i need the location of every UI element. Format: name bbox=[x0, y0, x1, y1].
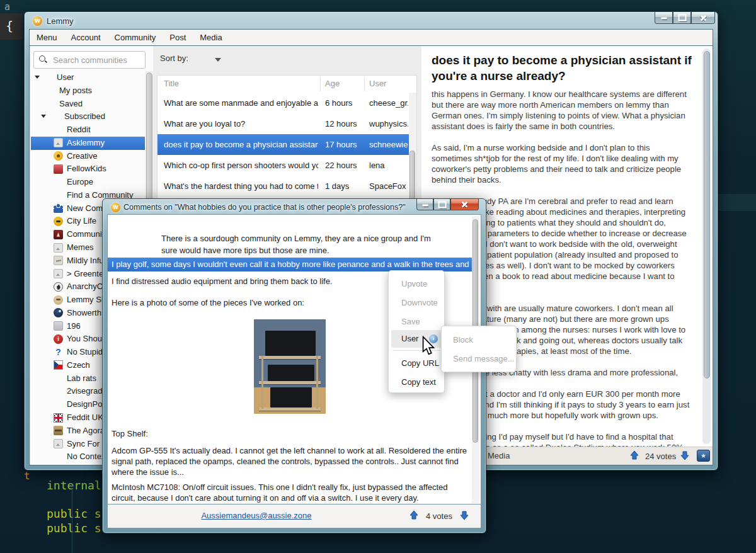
anarchy-icon bbox=[54, 282, 63, 292]
sidebar-item-label: > Greentex bbox=[67, 269, 108, 278]
post-row[interactable]: What are you loyal to?12 hourswuphysics.… bbox=[158, 113, 409, 134]
sidebar-item-asklemmy[interactable]: Asklemmy bbox=[31, 137, 145, 150]
column-separator bbox=[320, 77, 321, 91]
submenu-item-block[interactable]: Block bbox=[444, 331, 513, 349]
media-viewer-button[interactable]: ★ bbox=[697, 450, 710, 462]
menu-item-post[interactable]: Post bbox=[163, 30, 193, 45]
photo-amplifier bbox=[268, 365, 314, 381]
comment-paragraph[interactable]: McIntosh MC7108: On/off circuit issues. … bbox=[112, 482, 468, 503]
comment-line[interactable]: I find distressed audio equipment and br… bbox=[112, 276, 333, 286]
photo-rack-leg bbox=[261, 356, 263, 409]
post-row-age: 12 hours bbox=[325, 119, 357, 128]
sidebar-item-europe[interactable]: Europe bbox=[31, 176, 145, 189]
post-row-age: 22 hours bbox=[325, 161, 357, 170]
post-row[interactable]: What are some manmade and enjoyable am..… bbox=[158, 93, 409, 113]
upvote-arrow-icon[interactable] bbox=[409, 510, 419, 520]
post-detail-scroll-thumb[interactable] bbox=[704, 51, 710, 379]
sidebar-item-label: AnarchyCh bbox=[67, 282, 107, 291]
post-row-title: What's the hardest thing you had to come… bbox=[164, 181, 318, 191]
context-menu-item-copy-url[interactable]: Copy URL bbox=[391, 355, 442, 372]
column-header-age[interactable]: Age bbox=[325, 79, 340, 88]
post-row-age: 1 days bbox=[325, 181, 349, 191]
comment-paragraph[interactable]: Adcom GP-555 It's actually dead. I canno… bbox=[112, 445, 468, 477]
comment-line[interactable]: Top Shelf: bbox=[112, 429, 148, 438]
search-input[interactable] bbox=[52, 54, 142, 66]
default-icon bbox=[54, 439, 63, 448]
mildly-icon bbox=[54, 256, 63, 265]
close-icon bbox=[700, 14, 707, 21]
menu-item-menu[interactable]: Menu bbox=[30, 30, 64, 45]
post-row[interactable]: Which co-op first person shooters would … bbox=[158, 155, 409, 176]
menu-item-community[interactable]: Community bbox=[108, 30, 163, 45]
column-header-title[interactable]: Title bbox=[164, 79, 179, 88]
submenu-item-send-message[interactable]: Send message... bbox=[444, 350, 513, 368]
post-row-user: schneewie... bbox=[369, 140, 408, 149]
editor-code-fragment: t bbox=[24, 470, 30, 482]
sidebar-item-label: Showerth bbox=[67, 308, 101, 317]
gray-icon bbox=[54, 321, 63, 331]
comments-footer-bar: Aussiemandeus@aussie.zone 4 votes bbox=[108, 505, 481, 528]
shower-icon bbox=[54, 308, 63, 317]
post-detail-scrollbar[interactable] bbox=[702, 48, 711, 444]
post-row[interactable]: does it pay to become a physician assist… bbox=[158, 134, 409, 155]
people-icon bbox=[54, 203, 63, 213]
photo-shelf bbox=[259, 408, 321, 411]
close-button[interactable] bbox=[450, 199, 479, 210]
close-icon bbox=[461, 201, 468, 208]
sidebar-item-subscribed[interactable]: Subscribed bbox=[31, 110, 145, 123]
expander-icon[interactable] bbox=[41, 115, 46, 118]
sidebar-item-creative[interactable]: Creative bbox=[31, 150, 145, 163]
maximize-button[interactable] bbox=[673, 12, 691, 24]
sidebar-item-label: Czech bbox=[67, 360, 90, 370]
sidebar-item-label: Memes bbox=[67, 242, 94, 252]
creative-icon bbox=[54, 151, 63, 161]
search-box[interactable] bbox=[33, 51, 146, 69]
maximize-icon bbox=[678, 14, 686, 21]
upvote-arrow-icon[interactable] bbox=[629, 450, 639, 460]
context-menu-item-copy-text[interactable]: Copy text bbox=[391, 373, 442, 391]
sort-dropdown-arrow-icon[interactable] bbox=[215, 58, 221, 62]
post-row[interactable]: What's the hardest thing you had to come… bbox=[158, 176, 409, 197]
sidebar-item-label: Feddit UK bbox=[67, 413, 103, 422]
sidebar-item-my-posts[interactable]: My posts bbox=[31, 84, 145, 98]
editor-brace: { bbox=[0, 13, 23, 40]
menu-item-media[interactable]: Media bbox=[193, 30, 229, 45]
sidebar-item-user[interactable]: User bbox=[31, 71, 145, 84]
menu-bar: MenuAccountCommunityPostMedia bbox=[30, 30, 713, 46]
czech-flag-icon bbox=[54, 360, 63, 370]
editor-indent-guide bbox=[72, 485, 72, 553]
downvote-arrow-icon[interactable] bbox=[680, 450, 690, 460]
comment-reply[interactable]: There is a sourdough community on Lemmy,… bbox=[161, 232, 445, 256]
sidebar-item-label: Subscribed bbox=[64, 111, 105, 121]
sidebar-item-saved[interactable]: Saved bbox=[31, 98, 145, 111]
downvote-arrow-icon[interactable] bbox=[459, 510, 469, 520]
menu-item-account[interactable]: Account bbox=[64, 30, 108, 45]
comment-selected[interactable]: I play golf, some days I wouldn't even c… bbox=[108, 258, 472, 271]
comments-window-title: Comments on "What hobbies do you practic… bbox=[123, 203, 406, 212]
default-icon bbox=[54, 269, 63, 278]
minimize-button[interactable] bbox=[655, 12, 673, 24]
maximize-button[interactable] bbox=[433, 199, 450, 210]
sidebar-item-fellowkids[interactable]: FellowKids bbox=[31, 162, 145, 176]
expander-icon[interactable] bbox=[35, 76, 40, 79]
sidebar-item-label: Europe bbox=[67, 177, 93, 186]
post-row-title: Which co-op first person shooters would … bbox=[164, 161, 318, 170]
lemmy-logo-icon: W bbox=[33, 16, 42, 26]
minimize-button[interactable] bbox=[416, 199, 433, 210]
column-header-user[interactable]: User bbox=[369, 79, 386, 88]
sidebar-item-label: The Agora bbox=[67, 426, 105, 435]
sidebar-item-reddit[interactable]: Reddit bbox=[31, 123, 145, 137]
editor-code-line: internal bbox=[47, 479, 101, 492]
close-button[interactable] bbox=[691, 12, 715, 24]
comment-photo[interactable] bbox=[254, 319, 326, 414]
context-menu-item-save[interactable]: Save bbox=[391, 313, 442, 331]
comment-author-link[interactable]: Aussiemandeus@aussie.zone bbox=[108, 511, 405, 520]
context-menu-item-upvote[interactable]: Upvote bbox=[391, 275, 442, 293]
mouse-cursor bbox=[421, 336, 436, 356]
context-menu-item-downvote[interactable]: Downvote bbox=[391, 294, 442, 312]
photo-amplifier bbox=[265, 331, 316, 356]
default-icon bbox=[54, 138, 63, 147]
comment-line[interactable]: Here is a photo of some of the pieces I'… bbox=[112, 298, 304, 307]
ysk-icon: i bbox=[54, 334, 63, 344]
uk-flag-icon bbox=[54, 413, 63, 423]
